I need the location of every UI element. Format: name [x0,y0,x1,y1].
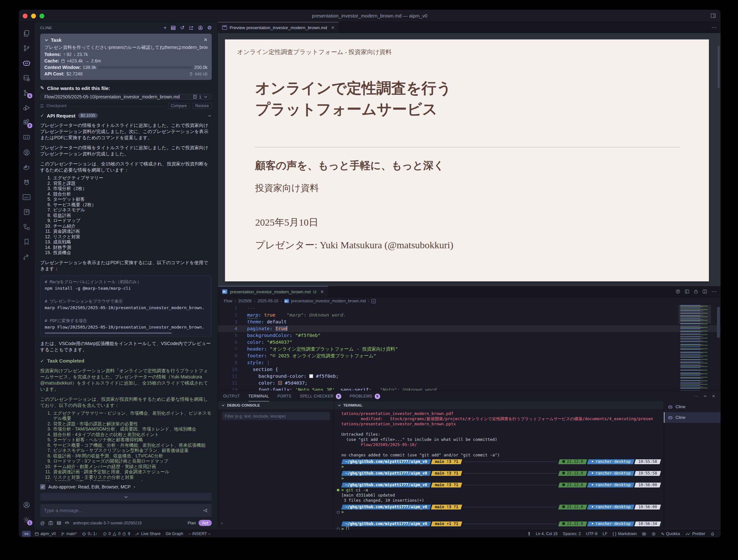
message-input[interactable]: Type a message... [40,504,212,517]
preview-scrollbar[interactable] [718,46,720,88]
chevron-down-icon[interactable] [204,95,208,99]
hierarchy-icon[interactable] [19,219,34,234]
bookmark-icon[interactable] [19,234,34,249]
history-icon[interactable]: ↺ [180,25,184,30]
terminal-pane[interactable]: TERMINAL tations/presentation_investor_m… [334,401,664,530]
language-item[interactable]: { }Markdown [610,530,640,538]
close-window-button[interactable] [23,14,28,18]
chat-scroll-area[interactable]: Task ✕ プレゼン資料を作ってくださいpresenのルール確認してねthem… [34,34,218,481]
maximize-window-button[interactable] [39,14,44,18]
open-changes-icon[interactable] [676,289,680,294]
code-line[interactable]: 11 background-color: #f5f0eb; [218,373,721,380]
open-preview-icon[interactable] [685,289,689,294]
code-line[interactable]: 7header: "オンライン定性調査プラットフォーム - 投資家向け資料" [218,346,721,353]
screenshot-icon[interactable] [48,521,53,525]
cursor-position-item[interactable]: Ln 4, Col 15 [533,530,560,538]
act-toggle[interactable]: Act [199,520,212,526]
share-icon[interactable] [19,249,34,264]
breadcrumb-item[interactable]: presentation_investor_modern_brown.md [291,299,366,303]
cline-icon[interactable] [19,56,34,71]
github-icon[interactable] [19,145,34,160]
terminal-session-item[interactable]: Cline [664,412,721,423]
breadcrumb-item[interactable]: 202505 [238,299,252,303]
account-icon[interactable] [19,498,34,512]
indentation-item[interactable]: Spaces: 2 [560,530,584,538]
code-line[interactable]: 2marp: true "marp": Unknown word. [218,312,721,319]
code-line[interactable]: 13 font-family: 'Noto Sans JP', sans-ser… [218,387,721,391]
code-line[interactable]: 1--- [218,305,721,312]
breadcrumb-item[interactable]: 2025-05-10 [258,299,278,303]
prettier-item[interactable]: ✓✓Prettier [683,530,708,538]
more-actions-icon[interactable]: ⋯ [711,24,717,30]
mcp-servers-icon[interactable] [171,25,176,30]
close-panel-icon[interactable]: ✕ [712,394,715,399]
close-tab-icon[interactable]: ✕ [331,25,335,30]
chevron-right-icon[interactable]: › [221,521,223,525]
code-line[interactable]: 6color: "#5d4037" [218,339,721,346]
more-actions-icon[interactable]: ⋯ [711,289,717,295]
quokka-item[interactable]: ✎Quokka [658,530,683,538]
notifications-bell-icon[interactable] [708,530,717,538]
live-share-item[interactable]: Live Share [133,530,163,538]
code-line[interactable]: 9style: | [218,359,721,366]
customize-layout-icon[interactable] [710,13,716,18]
minimize-window-button[interactable] [31,14,36,18]
problems-item[interactable]: 0 0 9 [100,530,133,538]
tab-markdown-file[interactable]: M↓ presentation_investor_modern_brown.md… [218,286,328,297]
plan-toggle[interactable]: Plan [188,521,196,525]
git-graph-item[interactable]: Git Graph [163,530,186,538]
breadcrumb[interactable]: Flow› 202505› 2025-05-10› M↓ presentatio… [218,297,721,305]
tab-problems[interactable]: PROBLEMS9 [350,391,380,401]
auto-approve-row[interactable]: ✓ Auto-approve: Read, Edit, Browser, MCP… [40,484,212,489]
git-sync-item[interactable]: 0↓ 1↑ [79,530,100,538]
settings-icon[interactable]: ⚙ [207,25,212,30]
extensions-icon[interactable]: 9 [19,115,34,130]
chevron-down-icon[interactable] [208,114,212,118]
code-line[interactable]: 4paginate: true [218,325,721,332]
lock-icon[interactable] [694,289,698,294]
code-line[interactable]: 3theme: default [218,319,721,325]
code-settings-icon[interactable] [19,71,34,85]
code-editor[interactable]: 1---2marp: true "marp": Unknown word.3th… [218,305,721,391]
docker-icon[interactable] [19,160,34,175]
model-selector[interactable]: anthropic:claude-3-7-sonnet-20250219 [73,521,141,525]
workspace-item[interactable]: aipm_v0 [32,530,58,538]
compare-button[interactable]: Compare [168,103,190,109]
settings-gear-icon[interactable]: 1 [19,512,34,527]
close-tab-icon[interactable]: ✕ [320,289,324,294]
rules-icon[interactable] [65,521,69,525]
quokka-animal-icon[interactable] [19,175,34,190]
more-actions-icon[interactable]: ⋯ [694,394,698,399]
source-control-icon[interactable] [19,41,34,56]
source-control-alt-icon[interactable]: 4 [19,85,34,100]
terminal-session-item[interactable]: Cline [664,401,721,412]
git-branch-item[interactable]: main* [58,530,79,538]
mcp-icon[interactable] [57,521,61,525]
pole-icon[interactable] [525,530,533,538]
remote-explorer-icon[interactable] [19,130,34,145]
task-close-icon[interactable]: ✕ [204,37,208,43]
account-circle-icon[interactable] [198,25,203,30]
maximize-panel-icon[interactable] [703,394,707,399]
split-editor-icon[interactable] [702,289,707,294]
copilot-icon[interactable] [639,530,649,538]
tab-ports[interactable]: PORTS [278,391,292,401]
trash-icon[interactable] [189,72,193,76]
minimap-viewport[interactable] [678,305,711,324]
code-line[interactable]: 8footer: "© 2025 オンライン定性調査プラットフォーム" [218,353,721,359]
tab-terminal[interactable]: TERMINAL [248,391,269,401]
run-debug-icon[interactable] [19,100,34,115]
explorer-icon[interactable] [19,26,34,41]
restore-button[interactable]: Restore [193,103,212,109]
eol-item[interactable]: LF [600,530,610,538]
remote-indicator[interactable]: >< [22,531,31,537]
horizontal-scrollbar[interactable] [45,333,171,334]
tab-preview[interactable]: Preview presentation_investor_modern_bro… [218,22,339,33]
code-line[interactable]: 12 color: #5d4037; [218,380,721,387]
vim-mode-item[interactable]: -- INSERT -- [186,530,214,538]
code-line[interactable]: 5backgroundColor: "#f5f0eb" [218,332,721,339]
editor-scrollbar[interactable] [717,307,720,338]
auto-approve-checkbox[interactable]: ✓ [40,484,45,489]
tab-spell-checker[interactable]: SPELL CHECKER9 [300,391,341,401]
edit-file-box[interactable]: Flow/202505/2025-05-10/presentation_inve… [40,94,212,100]
